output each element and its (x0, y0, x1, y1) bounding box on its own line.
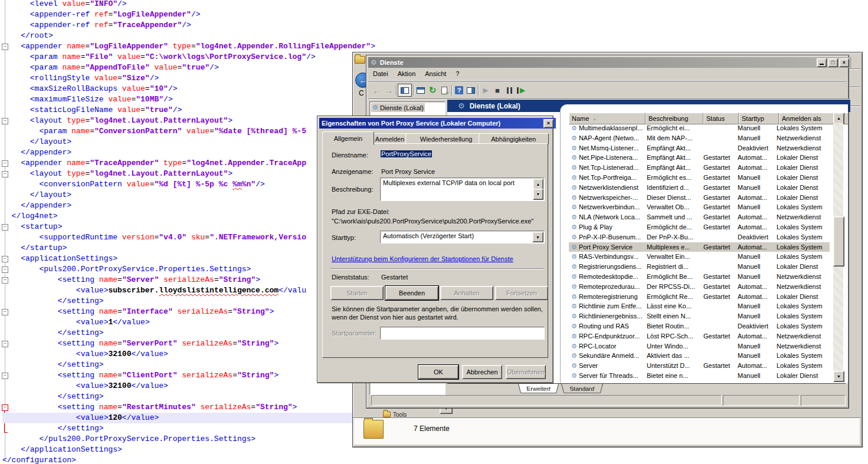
services-scrollbar[interactable]: ▲ ▼ (833, 113, 843, 381)
code-line[interactable]: <param name="AppendToFile" value="true"/… (2, 62, 375, 73)
service-logonas-cell: Lokaler Dienst (774, 183, 830, 193)
dialog-close-button[interactable]: × (543, 119, 553, 128)
start-service-icon[interactable] (480, 84, 492, 96)
description-scroll-down[interactable]: ▼ (533, 189, 543, 200)
toolbar-separator (396, 85, 397, 96)
code-line[interactable]: </applicationSettings> (2, 445, 375, 455)
table-row[interactable]: ⚙NetzwerklistendienstIdentifiziert d...G… (569, 183, 830, 193)
code-line[interactable]: <param name="File" value="C:\work\logs\P… (2, 52, 375, 62)
code-line[interactable]: </root> (2, 31, 375, 41)
table-row[interactable]: ⚙ServerUnterstützt D...GestartetAutomat.… (569, 361, 830, 371)
code-line[interactable]: <maxSizeRollBackups value="10"/> (2, 84, 375, 94)
services-titlebar[interactable]: ⚙ Dienste □ × (368, 57, 851, 68)
menu-item-help[interactable]: ? (451, 69, 464, 78)
code-line[interactable]: <level value="INFO"/> (2, 0, 375, 9)
table-row[interactable]: ⚙RAS-Verbindungsv...Verwaltet Ein...Manu… (569, 252, 830, 262)
table-row[interactable]: ⚙RemoteregistrierungErmöglicht Re...Gest… (569, 292, 830, 302)
scrollbar-thumb[interactable] (833, 216, 844, 266)
code-line[interactable]: <setting name="RestartMinutes" serialize… (2, 402, 375, 413)
tab-allgemein[interactable]: Allgemein (322, 131, 374, 145)
startup-options-help-link[interactable]: Unterstützung beim Konfigurieren der Sta… (332, 255, 513, 262)
table-row[interactable]: ⚙NLA (Network Loca...Sammelt und ...Gest… (569, 212, 830, 222)
tree-item-dienste-lokal[interactable]: ⚙ Dienste (Lokal) (371, 103, 425, 112)
column-header-anmelden-als[interactable]: Anmelden als (779, 113, 836, 124)
code-line[interactable]: <maximumFileSize value="10MB"/> (2, 94, 375, 105)
close-button[interactable]: × (839, 58, 849, 67)
table-row[interactable]: ⚙Routing und RASBietet Routin...Deaktivi… (569, 321, 830, 331)
table-row[interactable]: ⚙RPC-Endpunktzuor...Löst RPC-Sch...Gesta… (569, 331, 830, 341)
export-list-icon[interactable] (438, 84, 450, 96)
show-tree-icon[interactable] (398, 84, 412, 97)
apply-button[interactable]: Übernehmen (506, 365, 546, 379)
table-row[interactable]: ⚙Port Proxy ServiceMultiplexes e...Gesta… (569, 242, 830, 252)
table-row[interactable]: ⚙Net.Tcp-Portfreiga...Ermöglicht es...Ge… (569, 173, 830, 183)
service-name: Net.Tcp-Listenerad... (579, 164, 639, 171)
table-row[interactable]: ⚙Net.Tcp-Listenerad...Empfängt Akt...Ges… (569, 163, 830, 173)
table-row[interactable]: ⚙Server für Threads...Bietet eine n...Ma… (569, 371, 830, 381)
resume-button[interactable]: Fortsetzen (495, 286, 548, 300)
back-icon[interactable] (371, 84, 383, 96)
view-tab-standard[interactable]: Standard (561, 384, 603, 393)
start-params-input[interactable] (380, 327, 545, 340)
dialog-titlebar[interactable]: Eigenschaften von Port Proxy Service (Lo… (319, 118, 556, 129)
table-row[interactable]: ⚙Multimediaklassenpl...Ermöglicht ei...M… (569, 123, 830, 133)
code-line[interactable]: </puls200.PortProxyService.Properties.Se… (2, 434, 375, 445)
extended-view-icon[interactable] (465, 84, 477, 96)
table-row[interactable]: ⚙NAP-Agent (Netwo...Mit dem NAP-...Manue… (569, 133, 830, 143)
code-line[interactable]: <value>120</value> (2, 413, 354, 423)
menu-item-aktion[interactable]: Aktion (393, 69, 421, 78)
table-row[interactable]: ⚙Sekundäre Anmeld...Aktiviert das ...Man… (569, 351, 830, 361)
table-row[interactable]: ⚙Plug & PlayErmöglicht de...GestartetAut… (569, 222, 830, 232)
code-line[interactable]: </setting> (2, 391, 375, 402)
forward-icon[interactable] (383, 84, 395, 96)
table-row[interactable]: ⚙Net.Msmq-Listener...Empfängt Akt...Deak… (569, 143, 830, 153)
cancel-button[interactable]: Abbrechen (462, 365, 502, 379)
table-row[interactable]: ⚙PnP-X-IP-Busenum...Der PnP-X-Bu...Deakt… (569, 232, 830, 242)
ok-button[interactable]: OK (418, 365, 458, 379)
maximize-button[interactable]: □ (828, 58, 838, 67)
minimize-button[interactable] (817, 58, 827, 67)
service-description-cell: Dieser Dienst... (644, 193, 701, 203)
code-line[interactable]: <appender-ref ref="TraceAppender"/> (2, 20, 375, 31)
service-name: Remotedesktopdie... (579, 273, 638, 280)
code-line[interactable]: </configuration> (2, 455, 375, 464)
stop-service-icon[interactable] (492, 84, 503, 96)
code-line[interactable]: </setting> (2, 423, 375, 434)
column-header-status[interactable]: Status (703, 113, 739, 124)
table-row[interactable]: ⚙RPC-LocatorUnter Windo...ManuellNetzwer… (569, 341, 830, 351)
view-tab-erweitert[interactable]: Erweitert (518, 384, 559, 393)
properties-icon[interactable] (415, 84, 427, 96)
restart-service-icon[interactable] (515, 84, 527, 96)
pause-service-icon[interactable] (503, 84, 515, 96)
description-textarea[interactable]: Multiplexes external TCP/IP data on loca… (380, 177, 545, 201)
combobox-dropdown-button[interactable]: ▼ (532, 232, 543, 242)
table-row[interactable]: ⚙Net.Pipe-Listenera...Empfängt Akt...Ges… (569, 153, 830, 163)
table-row[interactable]: ⚙Registrierungsdiens...Registriert di...… (569, 262, 830, 272)
scroll-down-button[interactable]: ▼ (833, 371, 844, 382)
code-line[interactable]: <appender name="LogFileAppender" type="l… (2, 41, 375, 52)
column-header-name[interactable]: Name▲ (569, 113, 646, 124)
table-row[interactable]: ⚙Richtlinienergebniss...Stellt einen N..… (569, 311, 830, 321)
table-row[interactable]: ⚙Remotedesktopdie...Ermöglicht Be...Gest… (569, 272, 830, 282)
table-row[interactable]: ⚙Netzwerkverbindun...Verwaltet Ob...Gest… (569, 202, 830, 212)
pause-button[interactable]: Anhalten (440, 286, 493, 300)
code-line[interactable]: <rollingStyle value="Size"/> (2, 73, 375, 84)
help-icon[interactable] (453, 84, 465, 96)
service-description-cell: Identifiziert d... (644, 183, 701, 193)
startup-type-combobox[interactable]: Automatisch (Verzögerter Start) ▼ (380, 231, 545, 243)
service-name: NAP-Agent (Netwo... (579, 134, 639, 141)
table-row[interactable]: ⚙Remoteprozedurau...Der RPCSS-Di...Gesta… (569, 282, 830, 292)
service-name-value[interactable]: PortProxyService (381, 150, 432, 157)
code-line[interactable]: <appender-ref ref="LogFileAppender"/> (2, 9, 375, 20)
column-header-starttyp[interactable]: Starttyp (739, 113, 779, 124)
table-row[interactable]: ⚙Netzwerkspeicher-...Dieser Dienst...Ges… (569, 193, 830, 203)
table-row[interactable]: ⚙Richtlinie zum Entfe...Lässt eine Ko...… (569, 301, 830, 311)
menu-item-datei[interactable]: Datei (368, 69, 393, 78)
start-button[interactable]: Starten (330, 286, 384, 300)
service-gear-icon: ⚙ (571, 273, 577, 281)
column-header-beschreibung[interactable]: Beschreibung (646, 113, 703, 124)
menu-item-ansicht[interactable]: Ansicht (420, 69, 451, 78)
refresh-icon[interactable] (427, 84, 438, 96)
stop-button[interactable]: Beenden (385, 286, 438, 300)
code-line[interactable]: <staticLogFileName value="true"/> (2, 105, 375, 116)
